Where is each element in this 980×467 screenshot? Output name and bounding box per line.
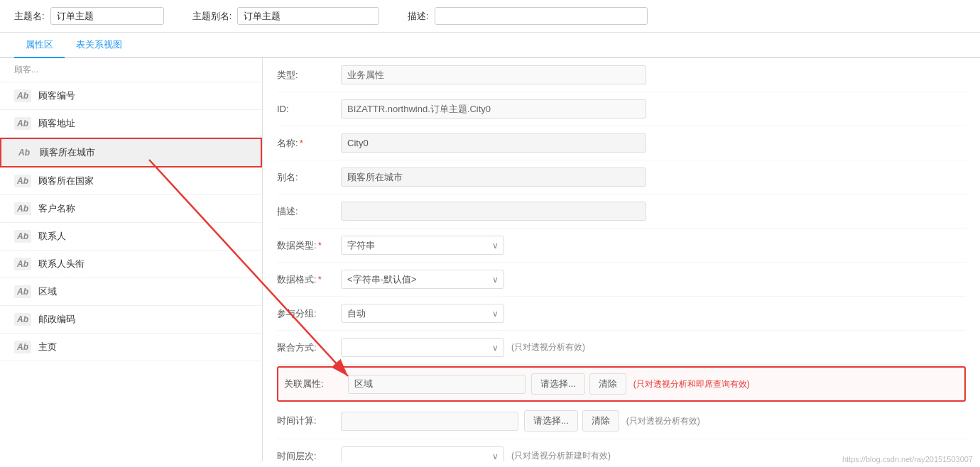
sidebar-item-customer-address[interactable]: Ab 顾客地址 <box>0 110 262 138</box>
sidebar-item-region[interactable]: Ab 区域 <box>0 278 262 306</box>
sidebar-item-contact-title[interactable]: Ab 联系人头衔 <box>0 251 262 278</box>
data-format-select[interactable]: <字符串-默认值> <box>341 270 504 289</box>
sidebar-item-customer-country[interactable]: Ab 顾客所在国家 <box>0 167 262 195</box>
form-label-type: 类型: <box>277 69 341 82</box>
group-select[interactable]: 自动 是 否 <box>341 304 504 323</box>
form-row-name: 名称:* <box>277 126 966 160</box>
form-row-alias: 别名: <box>277 160 966 194</box>
alias-input[interactable] <box>341 167 646 187</box>
sidebar-item-label: 主页 <box>38 341 57 353</box>
theme-alias-input[interactable] <box>237 7 379 25</box>
required-star: * <box>300 138 303 148</box>
form-label-data-format: 数据格式:* <box>277 273 341 286</box>
desc-input[interactable] <box>341 202 646 221</box>
sidebar-item-label: 联系人头衔 <box>38 258 85 270</box>
form-value-id <box>341 99 966 119</box>
form-label-aggregate: 聚合方式: <box>277 341 341 354</box>
form-value-time-calc: 请选择... 清除 (只对透视分析有效) <box>341 410 966 432</box>
form-label-time-calc: 时间计算: <box>277 414 341 427</box>
form-label-group: 参与分组: <box>277 307 341 320</box>
form-value-data-type: 字符串 整数 浮点数 日期 <box>341 236 966 255</box>
aggregate-select-wrapper: 求和 计数 平均 <box>341 338 504 357</box>
aggregate-select[interactable]: 求和 计数 平均 <box>341 338 504 357</box>
form-value-aggregate: 求和 计数 平均 (只对透视分析有效) <box>341 338 966 357</box>
required-star-format: * <box>318 274 322 285</box>
sidebar-item-label: 顾客编号 <box>38 89 75 102</box>
assoc-attr-select-btn[interactable]: 请选择... <box>531 373 585 395</box>
tab-attr[interactable]: 属性区 <box>14 33 65 58</box>
form-row-time-calc: 时间计算: 请选择... 清除 (只对透视分析有效) <box>277 403 966 439</box>
theme-alias-label: 主题别名: <box>192 10 232 23</box>
sidebar: 顾客... Ab 顾客编号 Ab 顾客地址 Ab 顾客所在城市 Ab 顾客所在国… <box>0 58 263 461</box>
time-calc-select-btn[interactable]: 请选择... <box>524 410 578 432</box>
time-calc-input[interactable] <box>341 412 518 431</box>
sidebar-item-customer-city[interactable]: Ab 顾客所在城市 <box>0 138 262 167</box>
time-level-select[interactable] <box>341 446 504 461</box>
theme-name-input[interactable] <box>50 7 164 25</box>
id-input[interactable] <box>341 99 646 119</box>
form-value-desc <box>341 202 966 221</box>
form-row-group: 参与分组: 自动 是 否 <box>277 297 966 331</box>
sidebar-item-homepage[interactable]: Ab 主页 <box>0 334 262 361</box>
sidebar-item-label: 客户名称 <box>38 202 75 215</box>
data-type-select[interactable]: 字符串 整数 浮点数 日期 <box>341 236 504 255</box>
ab-icon: Ab <box>14 230 31 243</box>
form-label-time-level: 时间层次: <box>277 450 341 462</box>
ab-icon: Ab <box>16 146 33 159</box>
ab-icon: Ab <box>14 202 31 215</box>
sidebar-item-label: 邮政编码 <box>38 313 75 326</box>
description-field: 描述: <box>408 7 648 25</box>
main-content: 顾客... Ab 顾客编号 Ab 顾客地址 Ab 顾客所在城市 Ab 顾客所在国… <box>0 58 980 461</box>
sidebar-top-partial: 顾客... <box>0 58 262 82</box>
name-input[interactable] <box>341 133 646 153</box>
time-calc-clear-btn[interactable]: 清除 <box>582 410 619 432</box>
ab-icon: Ab <box>14 89 31 102</box>
form-row-data-format: 数据格式:* <字符串-默认值> <box>277 263 966 297</box>
form-row-data-type: 数据类型:* 字符串 整数 浮点数 日期 <box>277 229 966 263</box>
form-value-name <box>341 133 966 153</box>
form-value-alias <box>341 167 966 187</box>
form-row-aggregate: 聚合方式: 求和 计数 平均 (只对透视分析有效) <box>277 331 966 365</box>
sidebar-item-postal-code[interactable]: Ab 邮政编码 <box>0 306 262 334</box>
form-label-alias: 别名: <box>277 171 341 184</box>
assoc-attr-hint: (只对透视分析和即席查询有效) <box>633 378 750 390</box>
description-label: 描述: <box>408 10 429 23</box>
sidebar-item-customer-id[interactable]: Ab 顾客编号 <box>0 82 262 110</box>
right-panel: 类型: ID: 名称:* 别名: <box>263 58 980 461</box>
sidebar-item-label: 顾客地址 <box>38 117 75 130</box>
form-label-assoc-attr: 关联属性: <box>284 378 348 390</box>
ab-icon: Ab <box>14 258 31 270</box>
assoc-attr-input[interactable] <box>348 375 526 394</box>
form-row-id: ID: <box>277 92 966 126</box>
assoc-attr-clear-btn[interactable]: 清除 <box>589 373 626 395</box>
ab-icon: Ab <box>14 313 31 326</box>
ab-icon: Ab <box>14 175 31 187</box>
ab-icon: Ab <box>14 285 31 298</box>
form-label-desc: 描述: <box>277 205 341 218</box>
time-level-select-wrapper <box>341 446 504 461</box>
form-row-type: 类型: <box>277 58 966 92</box>
sidebar-item-label: 区域 <box>38 285 57 298</box>
description-input[interactable] <box>435 7 648 25</box>
form-row-desc: 描述: <box>277 194 966 229</box>
form-label-data-type: 数据类型:* <box>277 239 341 252</box>
ab-icon: Ab <box>14 117 31 130</box>
aggregate-hint: (只对透视分析有效) <box>511 341 585 353</box>
tab-relation[interactable]: 表关系视图 <box>65 33 134 58</box>
time-calc-hint: (只对透视分析有效) <box>626 415 700 427</box>
sidebar-item-label: 顾客所在国家 <box>38 175 94 187</box>
theme-name-label: 主题名: <box>14 10 45 23</box>
form-value-data-format: <字符串-默认值> <box>341 270 966 289</box>
form-row-assoc-attr: 关联属性: 请选择... 清除 (只对透视分析和即席查询有效) <box>277 366 966 402</box>
type-input[interactable] <box>341 65 646 84</box>
sidebar-item-contact[interactable]: Ab 联系人 <box>0 223 262 251</box>
form-label-name: 名称:* <box>277 137 341 150</box>
tabs-area: 属性区 表关系视图 <box>0 33 980 58</box>
theme-alias-field: 主题别名: <box>192 7 380 25</box>
sidebar-item-label: 联系人 <box>38 230 66 243</box>
data-format-select-wrapper: <字符串-默认值> <box>341 270 504 289</box>
form-label-id: ID: <box>277 104 341 114</box>
form-value-assoc-attr: 请选择... 清除 (只对透视分析和即席查询有效) <box>348 373 959 395</box>
form-value-type <box>341 65 966 84</box>
sidebar-item-customer-name[interactable]: Ab 客户名称 <box>0 195 262 223</box>
